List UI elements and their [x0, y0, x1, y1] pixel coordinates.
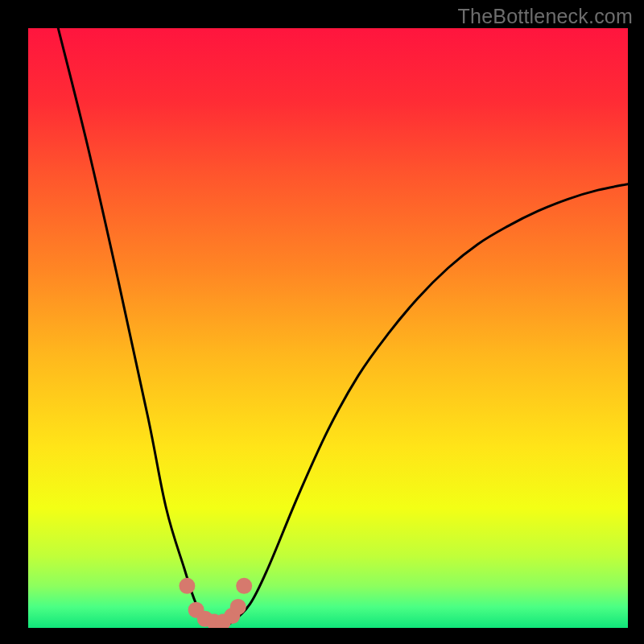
- bottleneck-curve: [58, 28, 628, 628]
- chart-frame: TheBottleneck.com: [0, 0, 644, 644]
- marker-dot: [179, 578, 195, 594]
- curve-layer: [28, 28, 628, 628]
- marker-dot: [230, 599, 246, 615]
- curve-trough-markers: [179, 578, 252, 628]
- marker-dot: [236, 578, 252, 594]
- watermark-label: TheBottleneck.com: [458, 5, 633, 28]
- plot-area: [28, 28, 628, 628]
